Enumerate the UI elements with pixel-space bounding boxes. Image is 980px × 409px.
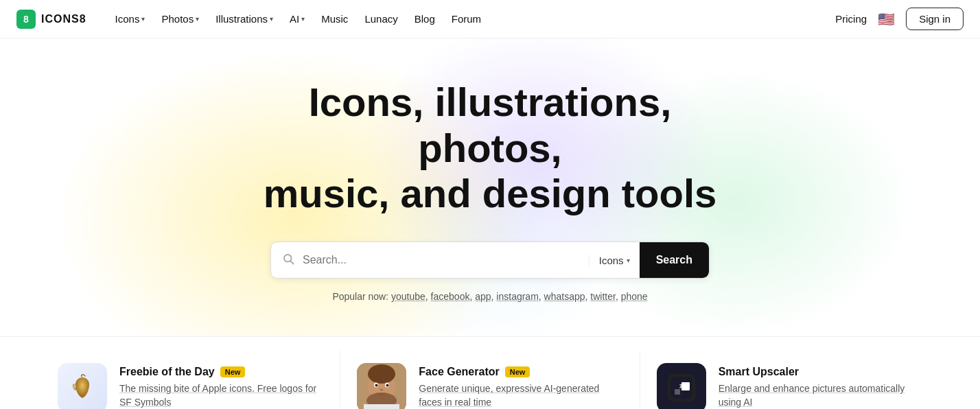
nav-link-ai[interactable]: AI ▾: [283, 9, 312, 29]
popular-link-app[interactable]: app: [475, 291, 491, 302]
nav-link-blog[interactable]: Blog: [408, 9, 442, 29]
popular-link-phone[interactable]: phone: [621, 291, 648, 302]
nav-link-illustrations[interactable]: Illustrations ▾: [209, 9, 280, 29]
card-thumbnail-freebie: [58, 363, 107, 409]
card-face-generator[interactable]: Face Generator New Generate unique, expr…: [340, 351, 640, 409]
nav-link-music[interactable]: Music: [314, 9, 355, 29]
chevron-down-icon: ▾: [301, 15, 305, 23]
card-freebie[interactable]: Freebie of the Day New The missing bite …: [41, 351, 340, 409]
svg-point-9: [386, 384, 389, 387]
card-title-row-upscaler: Smart Upscaler: [719, 366, 922, 378]
hero-title: Icons, illustrations, photos, music, and…: [250, 80, 730, 217]
card-desc-upscaler: Enlarge and enhance pictures automatical…: [719, 382, 922, 409]
logo-icon: 8: [16, 10, 36, 29]
search-input[interactable]: [303, 244, 589, 276]
svg-rect-14: [675, 389, 680, 395]
nav-link-lunacy[interactable]: Lunacy: [358, 9, 404, 29]
hero-content: Icons, illustrations, photos, music, and…: [14, 80, 966, 302]
search-type-selector[interactable]: Icons ▾: [589, 255, 640, 266]
logo-text: ICONS8: [41, 13, 86, 25]
nav-right: Pricing 🇺🇸 Sign in: [835, 8, 964, 30]
card-badge-face: New: [505, 366, 530, 377]
card-title-freebie: Freebie of the Day: [119, 366, 215, 378]
signin-button[interactable]: Sign in: [906, 8, 964, 30]
search-icon: [271, 253, 303, 268]
card-badge-freebie: New: [220, 366, 246, 377]
hero-section: Icons, illustrations, photos, music, and…: [0, 38, 980, 336]
chevron-down-icon: ▾: [627, 257, 630, 264]
svg-point-10: [380, 389, 384, 391]
cards-section: Freebie of the Day New The missing bite …: [0, 336, 980, 409]
svg-line-1: [290, 261, 293, 264]
popular-link-youtube[interactable]: youtube: [391, 291, 425, 302]
card-smart-upscaler[interactable]: Smart Upscaler Enlarge and enhance pictu…: [640, 351, 939, 409]
card-desc-freebie: The missing bite of Apple icons. Free lo…: [119, 382, 323, 409]
nav-link-photos[interactable]: Photos ▾: [154, 9, 206, 29]
card-title-row-face: Face Generator New: [419, 366, 622, 378]
logo[interactable]: 8 ICONS8: [16, 10, 86, 29]
chevron-down-icon: ▾: [196, 15, 199, 23]
card-info-face: Face Generator New Generate unique, expr…: [419, 366, 622, 409]
card-desc-face: Generate unique, expressive AI-generated…: [419, 382, 622, 409]
nav-links: Icons ▾ Photos ▾ Illustrations ▾ AI ▾ Mu…: [108, 9, 836, 29]
card-title-upscaler: Smart Upscaler: [719, 366, 799, 378]
svg-point-5: [368, 364, 395, 384]
popular-link-whatsapp[interactable]: whatsapp: [544, 291, 585, 302]
language-flag[interactable]: 🇺🇸: [878, 11, 895, 27]
card-title-row-freebie: Freebie of the Day New: [119, 366, 323, 378]
card-thumbnail-face: [357, 363, 406, 409]
popular-link-twitter[interactable]: twitter: [590, 291, 616, 302]
nav-link-forum[interactable]: Forum: [445, 9, 488, 29]
svg-point-8: [375, 384, 378, 387]
svg-rect-11: [364, 404, 399, 409]
navbar: 8 ICONS8 Icons ▾ Photos ▾ Illustrations …: [0, 0, 980, 38]
nav-link-icons[interactable]: Icons ▾: [108, 9, 152, 29]
card-info-freebie: Freebie of the Day New The missing bite …: [119, 366, 323, 409]
pricing-link[interactable]: Pricing: [835, 13, 867, 25]
search-button[interactable]: Search: [640, 242, 709, 278]
card-info-upscaler: Smart Upscaler Enlarge and enhance pictu…: [719, 366, 922, 409]
popular-link-facebook[interactable]: facebook: [431, 291, 470, 302]
chevron-down-icon: ▾: [270, 15, 273, 23]
popular-now: Popular now: youtube, facebook, app, ins…: [14, 291, 966, 302]
card-thumbnail-upscaler: [657, 363, 706, 409]
chevron-down-icon: ▾: [141, 15, 145, 23]
card-title-face: Face Generator: [419, 366, 499, 378]
search-bar: Icons ▾ Search: [270, 242, 710, 279]
popular-link-instagram[interactable]: instagram: [496, 291, 538, 302]
